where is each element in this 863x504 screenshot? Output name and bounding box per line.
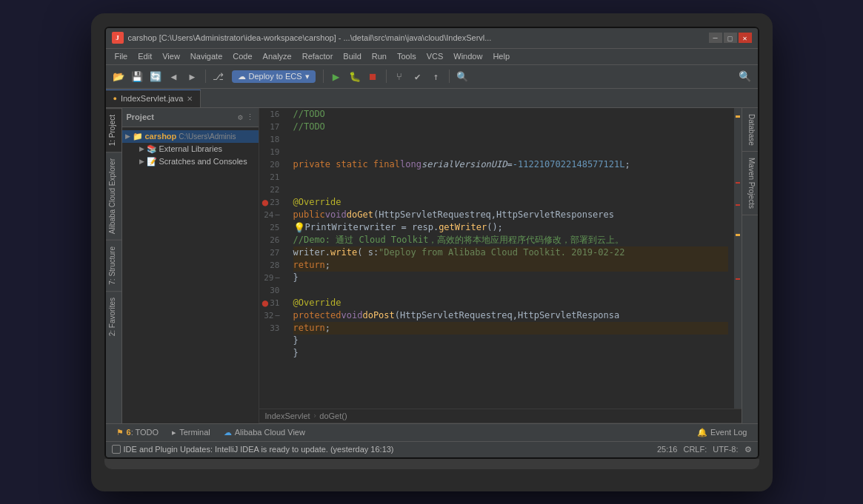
tab-terminal[interactable]: ▸ Terminal bbox=[166, 426, 216, 439]
encoding[interactable]: UTF-8: bbox=[713, 445, 738, 454]
cloud-view-icon: ☁ bbox=[224, 428, 232, 437]
deploy-button[interactable]: ☁ Deploy to ECS ▾ bbox=[232, 70, 316, 83]
line-num-22: 22 bbox=[259, 184, 284, 196]
menu-window[interactable]: Window bbox=[449, 50, 487, 62]
line-num-29: 29 ─ bbox=[259, 272, 284, 284]
code-line-23: @Override bbox=[293, 196, 728, 209]
menu-view[interactable]: View bbox=[158, 50, 184, 62]
sidebar-item-alibaba-cloud-explorer[interactable]: Alibaba Cloud Explorer bbox=[106, 152, 121, 240]
forward-button[interactable]: ▶ bbox=[184, 68, 201, 84]
tree-item-carshop[interactable]: ▶ 📁 carshop C:\Users\Adminis bbox=[122, 130, 259, 143]
project-settings-icon[interactable]: ⚙ bbox=[238, 112, 243, 122]
marker-red-3 bbox=[736, 278, 740, 280]
menu-analyze[interactable]: Analyze bbox=[259, 50, 296, 62]
menu-tools[interactable]: Tools bbox=[393, 50, 421, 62]
open-button[interactable]: 📂 bbox=[110, 68, 127, 84]
push-button[interactable]: ↑ bbox=[428, 68, 444, 84]
minimize-button[interactable]: ─ bbox=[709, 33, 722, 43]
menu-code[interactable]: Code bbox=[228, 50, 256, 62]
sidebar-item-favorites[interactable]: 2: Favorites bbox=[106, 291, 121, 342]
tab-todo[interactable]: ⚑ 6: TODO bbox=[110, 426, 165, 439]
code-editor: 16 17 18 19 20 21 22 ●23 24 ─ bbox=[259, 108, 742, 423]
code-line-35: } bbox=[293, 347, 728, 360]
right-tool-windows: Database Maven Projects bbox=[742, 108, 758, 423]
fold-icon-32[interactable]: ─ bbox=[275, 309, 279, 322]
sidebar-item-structure[interactable]: 7: Structure bbox=[106, 240, 121, 291]
debug-button[interactable]: 🐛 bbox=[347, 68, 363, 84]
stop-button[interactable]: ⏹ bbox=[365, 68, 381, 84]
line-num-26: 26 bbox=[259, 234, 284, 246]
code-line-32: protected void doPost ( HttpServletReque… bbox=[293, 309, 728, 322]
hint-icon-25: 💡 bbox=[293, 221, 305, 234]
deploy-dropdown-icon: ▾ bbox=[305, 72, 310, 81]
line-num-33: 33 bbox=[259, 322, 284, 335]
maximize-button[interactable]: □ bbox=[724, 33, 737, 43]
fold-icon-24[interactable]: ─ bbox=[275, 209, 279, 221]
menu-run[interactable]: Run bbox=[367, 50, 391, 62]
code-line-33: return ; bbox=[293, 322, 728, 335]
marker-yellow-1 bbox=[736, 115, 740, 118]
separator-4 bbox=[449, 70, 450, 83]
marker-red-1 bbox=[736, 182, 740, 184]
sidebar-item-database[interactable]: Database bbox=[742, 108, 758, 152]
separator-3 bbox=[386, 70, 387, 83]
toolbar: 📂 💾 🔄 ◀ ▶ ⎇ ☁ Deploy to ECS ▾ ▶ 🐛 ⏹ ⑂ ✔ bbox=[106, 65, 758, 89]
menu-file[interactable]: File bbox=[110, 50, 133, 62]
line-num-32: 32 ─ bbox=[259, 309, 284, 322]
sync-button[interactable]: 🔄 bbox=[147, 68, 164, 84]
breadcrumb-method[interactable]: doGet() bbox=[319, 411, 347, 420]
settings-icon[interactable]: ⚙ bbox=[744, 445, 752, 454]
event-log-button[interactable]: 🔔 Event Log bbox=[691, 426, 753, 439]
find-button[interactable]: 🔍 bbox=[454, 68, 470, 84]
sidebar-item-project[interactable]: 1: Project bbox=[106, 108, 121, 152]
line-num-25: 25 bbox=[259, 221, 284, 234]
line-num-17: 17 bbox=[259, 121, 284, 133]
save-button[interactable]: 💾 bbox=[129, 68, 145, 84]
code-line-27: writer. write ( s: "Deploy from Alibaba … bbox=[293, 246, 728, 259]
tree-item-path: C:\Users\Adminis bbox=[179, 132, 236, 141]
todo-icon: ⚑ bbox=[116, 428, 124, 437]
line-num-23: ●23 bbox=[259, 196, 284, 209]
main-content: 1: Project Alibaba Cloud Explorer 7: Str… bbox=[106, 108, 758, 423]
tab-bar: ● IndexServlet.java ✕ bbox=[106, 89, 758, 108]
line-num-18: 18 bbox=[259, 133, 284, 146]
code-line-17: //TODO bbox=[293, 121, 728, 133]
tree-item-external-libraries[interactable]: ▶ 📚 External Libraries bbox=[122, 143, 259, 155]
window-title: carshop [C:\Users\Administrator\idea-wor… bbox=[128, 33, 709, 42]
project-options-icon[interactable]: ⋮ bbox=[246, 112, 254, 122]
project-panel-header: Project ⚙ ⋮ bbox=[122, 108, 259, 127]
tree-item-scratches[interactable]: ▶ 📝 Scratches and Consoles bbox=[122, 155, 259, 168]
tree-item-label: carshop bbox=[145, 132, 177, 141]
run-button[interactable]: ▶ bbox=[328, 68, 344, 84]
menu-edit[interactable]: Edit bbox=[133, 50, 156, 62]
back-button[interactable]: ◀ bbox=[166, 68, 182, 84]
menu-build[interactable]: Build bbox=[339, 50, 365, 62]
branch-button[interactable]: ⎇ bbox=[210, 68, 227, 84]
search-everywhere-icon[interactable]: 🔍 bbox=[737, 68, 753, 84]
code-line-20: private static final long serialVersionU… bbox=[293, 158, 728, 171]
folder-icon: 📁 bbox=[133, 132, 143, 141]
menu-help[interactable]: Help bbox=[488, 50, 514, 62]
menu-navigate[interactable]: Navigate bbox=[186, 50, 227, 62]
line-num-21: 21 bbox=[259, 171, 284, 184]
fold-icon-29[interactable]: ─ bbox=[275, 272, 279, 284]
tab-indexservlet[interactable]: ● IndexServlet.java ✕ bbox=[106, 90, 201, 107]
tab-modified-indicator: ● bbox=[113, 95, 117, 102]
vcs-button[interactable]: ⑂ bbox=[391, 68, 407, 84]
tab-close-button[interactable]: ✕ bbox=[187, 95, 193, 103]
close-button[interactable]: ✕ bbox=[739, 33, 752, 43]
status-checkbox[interactable] bbox=[112, 445, 121, 454]
commit-button[interactable]: ✔ bbox=[410, 68, 426, 84]
tab-alibaba-cloud-view[interactable]: ☁ Alibaba Cloud View bbox=[218, 426, 311, 439]
line-ending[interactable]: CRLF: bbox=[683, 445, 707, 454]
code-area[interactable]: 16 17 18 19 20 21 22 ●23 24 ─ bbox=[259, 108, 742, 409]
line-numbers: 16 17 18 19 20 21 22 ●23 24 ─ bbox=[259, 108, 287, 409]
code-line-31: @Override bbox=[293, 297, 728, 309]
menu-refactor[interactable]: Refactor bbox=[298, 50, 338, 62]
code-lines[interactable]: //TODO //TODO private static final bbox=[287, 108, 734, 409]
sidebar-item-maven[interactable]: Maven Projects bbox=[742, 152, 758, 215]
scrollbar-markers bbox=[734, 108, 742, 409]
cursor-position[interactable]: 25:16 bbox=[657, 445, 678, 454]
breadcrumb-classname[interactable]: IndexServlet bbox=[265, 411, 310, 420]
menu-vcs[interactable]: VCS bbox=[422, 50, 448, 62]
